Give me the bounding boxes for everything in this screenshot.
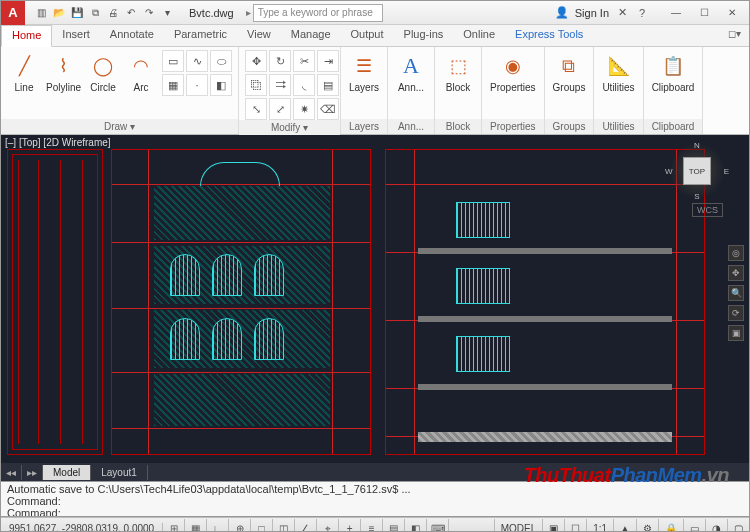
exchange-icon[interactable]: ✕: [615, 6, 629, 20]
extend-icon[interactable]: ⇥: [317, 50, 339, 72]
qat-undo-icon[interactable]: ↶: [123, 5, 139, 21]
tab-plugins[interactable]: Plug-ins: [394, 25, 454, 46]
object3d-icon[interactable]: ◫: [273, 519, 295, 533]
tab-model[interactable]: Model: [43, 465, 91, 480]
nav-orbit-icon[interactable]: ⟳: [728, 305, 744, 321]
drawing-canvas[interactable]: [1, 135, 749, 481]
groups-button[interactable]: ⧉Groups: [551, 50, 588, 95]
status-paper-icon[interactable]: ▣: [542, 519, 564, 533]
tab-manage[interactable]: Manage: [281, 25, 341, 46]
arc-button[interactable]: ◠Arc: [124, 50, 158, 95]
maximize-button[interactable]: ☐: [691, 4, 717, 22]
move-icon[interactable]: ✥: [245, 50, 267, 72]
sign-in-link[interactable]: Sign In: [575, 7, 609, 19]
status-ws-icon[interactable]: ⚙: [636, 519, 658, 533]
qat-open-icon[interactable]: 📂: [51, 5, 67, 21]
panel-draw-label[interactable]: Draw ▾: [1, 119, 238, 134]
status-grid-icon[interactable]: ☐: [564, 519, 586, 533]
fillet-icon[interactable]: ◟: [293, 74, 315, 96]
nav-zoom-icon[interactable]: 🔍: [728, 285, 744, 301]
region-icon[interactable]: ◧: [210, 74, 232, 96]
app-icon[interactable]: A: [1, 1, 25, 25]
panel-block-label[interactable]: Block: [435, 119, 481, 134]
rotate-icon[interactable]: ↻: [269, 50, 291, 72]
nav-pan-icon[interactable]: ✥: [728, 265, 744, 281]
sc-icon[interactable]: ⌨: [427, 519, 449, 533]
lwt-icon[interactable]: ≡: [361, 519, 383, 533]
otrack-icon[interactable]: ∠: [295, 519, 317, 533]
panel-utilities-label[interactable]: Utilities: [594, 119, 642, 134]
tpy-icon[interactable]: ▤: [383, 519, 405, 533]
scale-icon[interactable]: ⤢: [269, 98, 291, 120]
qat-save-icon[interactable]: 💾: [69, 5, 85, 21]
mirror-icon[interactable]: ⮆: [269, 74, 291, 96]
qat-saveas-icon[interactable]: ⧉: [87, 5, 103, 21]
drawing-viewport[interactable]: [–] [Top] [2D Wireframe]: [1, 135, 749, 481]
tab-express-tools[interactable]: Express Tools: [505, 25, 593, 46]
minimize-button[interactable]: —: [663, 4, 689, 22]
hatch-icon[interactable]: ▦: [162, 74, 184, 96]
view-label[interactable]: [–] [Top] [2D Wireframe]: [5, 137, 111, 148]
close-button[interactable]: ✕: [719, 4, 745, 22]
polar-icon[interactable]: ⊕: [229, 519, 251, 533]
status-coordinates[interactable]: 9951.0627, -29808.0319, 0.0000: [1, 523, 163, 532]
copy-icon[interactable]: ⿻: [245, 74, 267, 96]
erase-icon[interactable]: ⌫: [317, 98, 339, 120]
snap-icon[interactable]: ⊞: [163, 519, 185, 533]
tab-home[interactable]: Home: [1, 25, 52, 47]
stretch-icon[interactable]: ⤡: [245, 98, 267, 120]
tab-insert[interactable]: Insert: [52, 25, 100, 46]
status-isolate-icon[interactable]: ◑: [705, 519, 727, 533]
viewcube-face[interactable]: TOP: [683, 157, 711, 185]
trim-icon[interactable]: ✂: [293, 50, 315, 72]
tab-output[interactable]: Output: [341, 25, 394, 46]
help-icon[interactable]: ?: [635, 6, 649, 20]
status-lock-icon[interactable]: 🔒: [658, 519, 683, 533]
array-icon[interactable]: ▤: [317, 74, 339, 96]
polyline-button[interactable]: ⌇Polyline: [45, 50, 82, 95]
signin-icon[interactable]: 👤: [555, 6, 569, 20]
qat-redo-icon[interactable]: ↷: [141, 5, 157, 21]
cmd-prompt[interactable]: Command:: [7, 507, 743, 517]
block-button[interactable]: ⬚Block: [441, 50, 475, 95]
tab-view[interactable]: View: [237, 25, 281, 46]
annotation-button[interactable]: AAnn...: [394, 50, 428, 95]
tab-scroll-right-icon[interactable]: ▸▸: [22, 465, 43, 480]
qat-print-icon[interactable]: 🖨: [105, 5, 121, 21]
panel-groups-label[interactable]: Groups: [545, 119, 594, 134]
spline-icon[interactable]: ∿: [186, 50, 208, 72]
search-input[interactable]: Type a keyword or phrase: [253, 4, 383, 22]
panel-modify-label[interactable]: Modify ▾: [239, 120, 340, 135]
tab-parametric[interactable]: Parametric: [164, 25, 237, 46]
status-clean-icon[interactable]: ▢: [727, 519, 749, 533]
properties-button[interactable]: ◉Properties: [488, 50, 538, 95]
qat-new-icon[interactable]: ▥: [33, 5, 49, 21]
utilities-button[interactable]: 📐Utilities: [600, 50, 636, 95]
ribbon-collapse-icon[interactable]: ◻▾: [720, 25, 749, 46]
ducs-icon[interactable]: ⌖: [317, 519, 339, 533]
line-button[interactable]: ╱Line: [7, 50, 41, 95]
circle-button[interactable]: ◯Circle: [86, 50, 120, 95]
tab-annotate[interactable]: Annotate: [100, 25, 164, 46]
status-annoscale[interactable]: 1:1: [586, 519, 613, 533]
tab-layout1[interactable]: Layout1: [91, 465, 148, 480]
panel-properties-label[interactable]: Properties: [482, 119, 544, 134]
tab-online[interactable]: Online: [453, 25, 505, 46]
viewcube[interactable]: N S W E TOP: [669, 143, 725, 199]
explode-icon[interactable]: ✷: [293, 98, 315, 120]
panel-clipboard-label[interactable]: Clipboard: [644, 119, 703, 134]
status-anno-icon[interactable]: ▲: [613, 519, 636, 533]
qat-dropdown-icon[interactable]: ▾: [159, 5, 175, 21]
ortho-icon[interactable]: ∟: [207, 519, 229, 533]
grid-icon[interactable]: ▦: [185, 519, 207, 533]
wcs-label[interactable]: WCS: [692, 203, 723, 217]
status-model[interactable]: MODEL: [494, 519, 543, 533]
panel-annotation-label[interactable]: Ann...: [388, 119, 434, 134]
qp-icon[interactable]: ◧: [405, 519, 427, 533]
search-arrow-icon[interactable]: ▸: [244, 7, 253, 18]
layers-button[interactable]: ☰Layers: [347, 50, 381, 95]
osnap-icon[interactable]: □: [251, 519, 273, 533]
nav-wheel-icon[interactable]: ◎: [728, 245, 744, 261]
dyn-icon[interactable]: +: [339, 519, 361, 533]
panel-layers-label[interactable]: Layers: [341, 119, 387, 134]
